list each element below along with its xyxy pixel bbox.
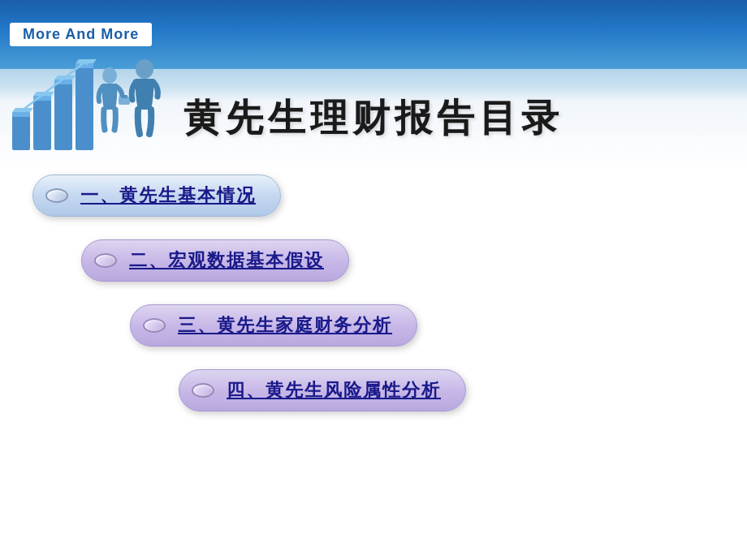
menu-container: 一、黄先生基本情况 二、宏观数据基本假设 三、黄先生家庭财务分析 四、黄先生风险…	[0, 174, 747, 411]
menu-item-3[interactable]: 三、黄先生家庭财务分析	[130, 304, 715, 347]
menu-item-4[interactable]: 四、黄先生风险属性分析	[179, 369, 715, 411]
menu-text-1: 一、黄先生基本情况	[80, 183, 256, 208]
pill-icon-4	[192, 383, 214, 398]
pill-icon-1	[45, 188, 68, 203]
brand-label: More And More	[10, 23, 152, 46]
pill-1[interactable]: 一、黄先生基本情况	[32, 174, 281, 217]
svg-point-13	[102, 67, 117, 84]
pill-2[interactable]: 二、宏观数据基本假设	[81, 239, 349, 282]
menu-item-2[interactable]: 二、宏观数据基本假设	[81, 239, 715, 282]
slide-container: More And More	[0, 0, 747, 560]
menu-item-1[interactable]: 一、黄先生基本情况	[32, 174, 715, 217]
pill-4[interactable]: 四、黄先生风险属性分析	[179, 369, 466, 411]
menu-text-3: 三、黄先生家庭财务分析	[178, 313, 392, 338]
menu-text-4: 四、黄先生风险属性分析	[227, 378, 441, 403]
pill-icon-2	[94, 253, 117, 268]
pill-icon-3	[143, 318, 166, 333]
svg-point-16	[136, 59, 153, 79]
page-title: 黄先生理财报告目录	[0, 93, 747, 144]
pill-3[interactable]: 三、黄先生家庭财务分析	[130, 304, 417, 347]
menu-text-2: 二、宏观数据基本假设	[129, 248, 324, 273]
